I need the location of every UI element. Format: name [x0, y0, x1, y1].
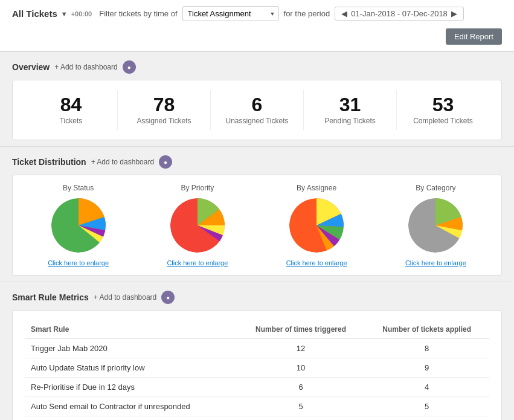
overview-card: 84 Tickets 78 Assigned Tickets 6 Unassig… [12, 80, 502, 140]
charts-card: By Status Click here to enlarge By Prior… [12, 175, 502, 276]
table-row: Re-Prioritise if Due in 12 days 6 4 [25, 378, 489, 397]
rule-triggered-3: 5 [237, 397, 365, 416]
rule-name-1: Auto Update Status if priority low [25, 358, 237, 378]
smart-rules-tbody: Trigger Jab Mab 2020 12 8 Auto Update St… [25, 339, 489, 421]
metric-label-0: Tickets [31, 117, 111, 125]
date-range-wrap: ◀ 01-Jan-2018 - 07-Dec-2018 ▶ [335, 7, 464, 21]
overview-section: Overview + Add to dashboard ● 84 Tickets… [0, 52, 514, 146]
chart-col-3: By Category Click here to enlarge [376, 184, 495, 267]
table-row: Trigger Jab Mab 2020 12 8 [25, 339, 489, 358]
rule-applied-4: 5 [364, 416, 489, 421]
metric-number-3: 31 [310, 95, 390, 114]
metric-item-1: 78 Assigned Tickets [118, 90, 211, 130]
rule-name-3: Auto Send email to Contractor if unrespo… [25, 397, 237, 416]
rule-triggered-2: 6 [237, 378, 365, 397]
date-prev-button[interactable]: ◀ [340, 9, 349, 18]
chart-enlarge-link-1[interactable]: Click here to enlarge [143, 259, 252, 267]
chart-enlarge-link-2[interactable]: Click here to enlarge [262, 259, 371, 267]
overview-dashboard-icon[interactable]: ● [123, 60, 136, 74]
rule-name-0: Trigger Jab Mab 2020 [25, 339, 237, 358]
metric-label-3: Pending Tickets [310, 117, 390, 125]
distribution-add-dashboard[interactable]: + Add to dashboard [91, 158, 154, 166]
rule-triggered-4: 5 [237, 416, 365, 421]
distribution-dashboard-icon[interactable]: ● [159, 155, 172, 169]
distribution-section: Ticket Distribution + Add to dashboard ●… [0, 147, 514, 282]
metric-number-4: 53 [403, 95, 483, 114]
chart-col-0: By Status Click here to enlarge [19, 184, 138, 267]
smart-rules-section: Smart Rule Metrics + Add to dashboard ● … [0, 282, 514, 420]
header-bar: All Tickets ▼ +00:00 Filter tickets by t… [0, 0, 514, 51]
chart-title-0: By Status [24, 184, 133, 192]
smart-rules-header-row: Smart RuleNumber of times triggeredNumbe… [25, 320, 489, 339]
date-range-text: 01-Jan-2018 - 07-Dec-2018 [351, 9, 448, 18]
filter-select[interactable]: Ticket Assignment Ticket Created Ticket … [182, 6, 279, 21]
svg-point-4 [51, 198, 106, 253]
smart-rules-thead: Smart RuleNumber of times triggeredNumbe… [25, 320, 489, 339]
distribution-header: Ticket Distribution + Add to dashboard ● [12, 155, 502, 169]
rule-name-4: Auto Resolve on Time elapse [25, 416, 237, 421]
chart-title-2: By Assignee [262, 184, 371, 192]
rule-triggered-1: 10 [237, 358, 365, 378]
chart-svg-2 [262, 198, 371, 254]
metric-label-2: Unassigned Tickets [217, 117, 297, 125]
smart-rules-title: Smart Rule Metrics [12, 292, 89, 302]
date-next-button[interactable]: ▶ [450, 9, 458, 18]
rule-applied-0: 8 [364, 339, 489, 358]
time-offset: +00:00 [71, 10, 92, 18]
table-row: Auto Send email to Contractor if unrespo… [25, 397, 489, 416]
page-wrapper: All Tickets ▼ +00:00 Filter tickets by t… [0, 0, 514, 420]
chart-enlarge-link-3[interactable]: Click here to enlarge [381, 259, 490, 267]
smart-rules-card: Smart RuleNumber of times triggeredNumbe… [12, 310, 502, 420]
metric-label-1: Assigned Tickets [124, 117, 204, 125]
chart-col-1: By Priority Click here to enlarge [138, 184, 257, 267]
table-row: Auto Update Status if priority low 10 9 [25, 358, 489, 378]
metric-number-1: 78 [124, 95, 204, 114]
smart-rules-table: Smart RuleNumber of times triggeredNumbe… [25, 320, 489, 420]
overview-title: Overview [12, 62, 50, 72]
svg-point-9 [170, 198, 225, 253]
distribution-title: Ticket Distribution [12, 157, 86, 167]
header-title: All Tickets ▼ +00:00 [12, 8, 92, 19]
page-title: All Tickets [12, 8, 57, 19]
smart-rules-col-1: Number of times triggered [237, 320, 365, 339]
smart-rules-header: Smart Rule Metrics + Add to dashboard ● [12, 291, 502, 304]
rule-name-2: Re-Prioritise if Due in 12 days [25, 378, 237, 397]
overview-header: Overview + Add to dashboard ● [12, 60, 502, 74]
overview-add-dashboard[interactable]: + Add to dashboard [54, 63, 117, 71]
chart-title-3: By Category [381, 184, 490, 192]
rule-applied-1: 9 [364, 358, 489, 378]
smart-rules-add-dashboard[interactable]: + Add to dashboard [94, 293, 156, 302]
metrics-row: 84 Tickets 78 Assigned Tickets 6 Unassig… [25, 90, 489, 130]
metric-item-4: 53 Completed Tickets [397, 90, 489, 130]
smart-rules-dashboard-icon[interactable]: ● [161, 291, 175, 304]
rule-applied-3: 5 [364, 397, 489, 416]
chart-svg-0 [24, 198, 133, 254]
title-dropdown-icon[interactable]: ▼ [61, 10, 68, 18]
svg-point-19 [408, 198, 463, 253]
metric-item-3: 31 Pending Tickets [304, 90, 397, 130]
period-label: for the period [284, 9, 330, 18]
chart-title-1: By Priority [143, 184, 252, 192]
metric-number-2: 6 [217, 95, 297, 114]
filter-label: Filter tickets by time of [99, 9, 177, 18]
edit-report-button[interactable]: Edit Report [446, 28, 502, 45]
chart-svg-1 [143, 198, 252, 254]
metric-label-4: Completed Tickets [403, 117, 483, 125]
svg-point-15 [289, 198, 344, 253]
metric-item-2: 6 Unassigned Tickets [211, 90, 304, 130]
chart-col-2: By Assignee Click here to enlarge [257, 184, 376, 267]
filter-select-wrap[interactable]: Ticket Assignment Ticket Created Ticket … [182, 6, 279, 21]
filter-row: Filter tickets by time of Ticket Assignm… [99, 6, 464, 21]
table-row: Auto Resolve on Time elapse 5 5 [25, 416, 489, 421]
chart-svg-3 [381, 198, 490, 254]
charts-row: By Status Click here to enlarge By Prior… [19, 184, 495, 267]
metric-item-0: 84 Tickets [25, 90, 118, 130]
rule-applied-2: 4 [364, 378, 489, 397]
chart-enlarge-link-0[interactable]: Click here to enlarge [24, 259, 133, 267]
metric-number-0: 84 [31, 95, 111, 114]
smart-rules-col-0: Smart Rule [25, 320, 237, 339]
smart-rules-col-2: Number of tickets applied [364, 320, 489, 339]
rule-triggered-0: 12 [237, 339, 365, 358]
